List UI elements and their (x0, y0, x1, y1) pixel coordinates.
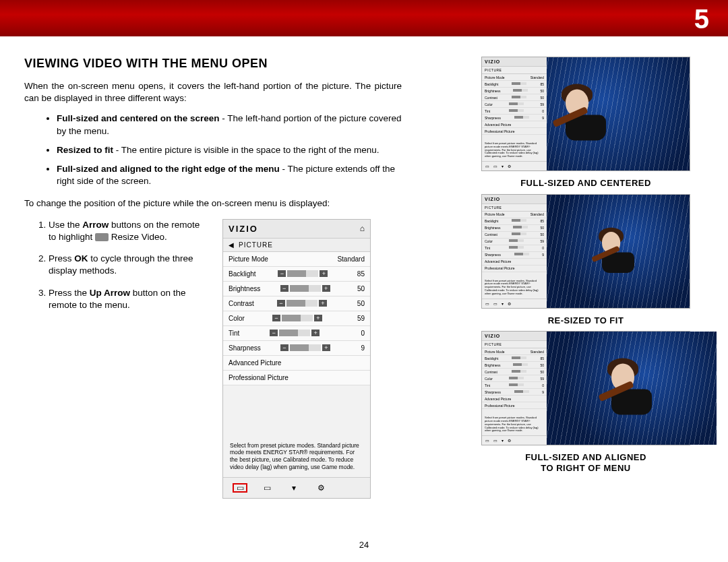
intro-paragraph: When the on-screen menu opens, it covers… (24, 80, 402, 104)
caption-fit: RE-SIZED TO FIT (548, 315, 624, 326)
chevron-down-icon[interactable]: ▾ (286, 483, 301, 493)
row-value: 85 (350, 270, 365, 278)
list-item: Press OK to cycle through the three disp… (49, 253, 206, 277)
change-position-paragraph: To change the position of the picture wh… (24, 197, 402, 210)
display-modes-list: Full-sized and centered on the screen - … (24, 113, 402, 187)
resize-video-icon (95, 233, 109, 241)
brand-logo: VIZIO (229, 224, 258, 234)
thumbnail-fit: VIZIO PICTURE Picture ModeStandard Backl… (481, 194, 690, 309)
color-row[interactable]: Color −+ 59 (223, 311, 370, 326)
slider[interactable]: −+ (272, 315, 322, 321)
thumbnail-centered: VIZIO PICTURE Picture ModeStandard Backl… (481, 57, 690, 171)
row-value: 0 (350, 330, 365, 337)
row-value: 50 (350, 285, 365, 292)
home-icon[interactable]: ⌂ (360, 224, 365, 233)
slider[interactable]: −+ (280, 344, 330, 351)
mini-menu: VIZIO PICTURE Picture ModeStandard Backl… (482, 57, 547, 170)
list-item: Resized to fit - The entire picture is v… (57, 144, 402, 156)
list-item: Press the Up Arrow button on the remote … (49, 287, 206, 311)
row-label: Sharpness (229, 344, 261, 352)
mini-menu: VIZIO PICTURE Picture ModeStandard Backl… (482, 195, 547, 308)
breadcrumb: PICTURE (239, 241, 273, 249)
top-accent-band: 5 (0, 0, 728, 36)
row-label: Color (229, 315, 245, 322)
menu-footer: ▭ ▭ ▾ ⚙ (223, 477, 370, 498)
help-text: Select from preset picture modes. Standa… (223, 385, 370, 478)
gear-icon[interactable]: ⚙ (313, 483, 328, 493)
sharpness-row[interactable]: Sharpness −+ 9 (223, 341, 370, 356)
mini-menu: VIZIO PICTURE Picture ModeStandard Backl… (482, 332, 547, 445)
row-label: Contrast (229, 300, 254, 307)
resize-video-icon[interactable]: ▭ (233, 483, 247, 493)
row-label: Picture Mode (229, 255, 268, 263)
advanced-picture-row[interactable]: Advanced Picture (223, 356, 370, 371)
left-column: VIEWING VIDEO WITH THE MENU OPEN When th… (24, 57, 441, 499)
thumbnail-aligned: VIZIO PICTURE Picture ModeStandard Backl… (481, 331, 690, 445)
picture-mode-row[interactable]: Picture Mode Standard (223, 252, 370, 267)
wide-icon[interactable]: ▭ (260, 483, 274, 493)
backlight-row[interactable]: Backlight −+ 85 (223, 267, 370, 282)
caption-aligned: FULL-SIZED AND ALIGNEDTO RIGHT OF MENU (525, 452, 646, 473)
picture-menu: VIZIO ⌂ ◀ PICTURE Picture Mode Standard … (222, 219, 371, 499)
row-label: Advanced Picture (229, 359, 365, 367)
page-number: 24 (0, 540, 728, 550)
contrast-row[interactable]: Contrast −+ 50 (223, 296, 370, 311)
brightness-row[interactable]: Brightness −+ 50 (223, 282, 370, 296)
row-label: Tint (229, 330, 239, 337)
list-item: Full-sized and aligned to the right edge… (57, 163, 402, 187)
slider[interactable]: −+ (277, 300, 327, 307)
caption-centered: FULL-SIZED AND CENTERED (520, 178, 651, 189)
chapter-number: 5 (694, 4, 709, 34)
back-icon[interactable]: ◀ (229, 241, 235, 249)
row-value: 9 (350, 344, 365, 352)
list-item: Full-sized and centered on the screen - … (57, 113, 402, 137)
row-label: Brightness (229, 285, 260, 292)
row-value: 59 (350, 315, 365, 322)
section-title: VIEWING VIDEO WITH THE MENU OPEN (24, 57, 441, 71)
tint-row[interactable]: Tint −+ 0 (223, 326, 370, 341)
slider[interactable]: −+ (280, 285, 330, 292)
steps-list: Use the Arrow buttons on the remote to h… (24, 219, 206, 499)
row-label: Backlight (229, 270, 256, 278)
row-value: Standard (337, 255, 365, 263)
professional-picture-row[interactable]: Professional Picture (223, 371, 370, 385)
slider[interactable]: −+ (270, 330, 320, 336)
list-item: Use the Arrow buttons on the remote to h… (49, 219, 206, 243)
row-value: 50 (350, 300, 365, 307)
right-column: VIZIO PICTURE Picture ModeStandard Backl… (468, 57, 704, 499)
slider[interactable]: −+ (278, 270, 328, 277)
row-label: Professional Picture (229, 374, 365, 381)
